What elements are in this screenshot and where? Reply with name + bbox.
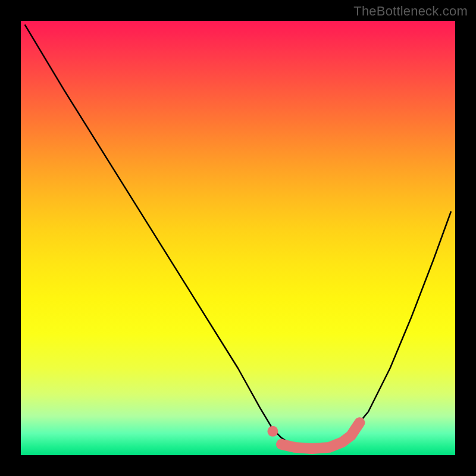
salmon-marker-left xyxy=(267,426,278,437)
watermark-text: TheBottleneck.com xyxy=(353,4,468,19)
chart-svg xyxy=(21,21,455,455)
chart-plot-area xyxy=(21,21,455,455)
salmon-band xyxy=(281,422,359,449)
black-curve xyxy=(25,25,450,449)
curve-group xyxy=(25,25,450,449)
